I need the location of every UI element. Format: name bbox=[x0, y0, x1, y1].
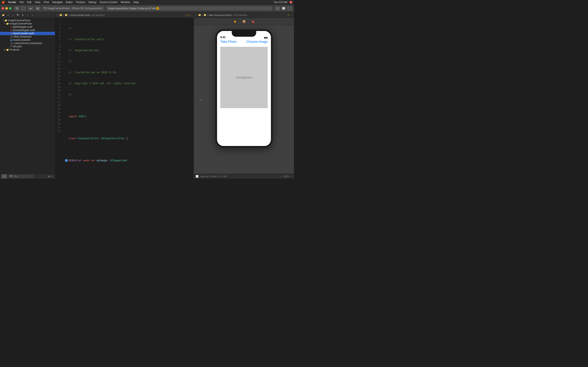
run-button[interactable]: ▶ bbox=[27, 6, 34, 11]
group-item[interactable]: ▼ 📁 ImageCameraPicker bbox=[0, 22, 55, 25]
segue-arrow: → bbox=[198, 97, 203, 102]
ib-back-btn[interactable]: ‹ bbox=[195, 14, 196, 16]
debug-menu[interactable]: Debug bbox=[89, 1, 96, 4]
assets-icon: ◼ bbox=[10, 39, 12, 42]
toolbar: ☰ ⬛ ▶ ■ 📷 ImageCameraPicker › iPhone SE … bbox=[0, 4, 294, 12]
folder-icon[interactable]: 📁 bbox=[1, 13, 5, 17]
device-name: iPhone SE (2nd generation) bbox=[72, 7, 102, 10]
ib-show-issues-btn[interactable]: 🔖 bbox=[250, 19, 256, 25]
sidebar-issue-icon[interactable]: ◉ bbox=[48, 175, 50, 178]
test-icon[interactable]: ✓ bbox=[26, 13, 30, 17]
filter-input-container[interactable]: 🔍 bbox=[9, 175, 33, 178]
product-menu[interactable]: Product bbox=[76, 1, 85, 4]
ib-view-hierarchy-btn[interactable]: ⏺ bbox=[232, 19, 238, 25]
file-navigator: ▼ 📁 ImageCameraPicker ▼ 📁 ImageCameraPic… bbox=[0, 18, 55, 174]
sidebar-toolbar: 📁 ⊕ ⚠ 🔍 ◆ ✓ ≡ bbox=[0, 12, 55, 18]
report-icon[interactable]: ≡ bbox=[31, 13, 35, 17]
group-icon: 📁 bbox=[6, 22, 9, 25]
warning-icon[interactable]: ⚠ bbox=[11, 13, 15, 17]
sidebar-item-scenedelegate[interactable]: S SceneDelegate.swift bbox=[0, 29, 55, 32]
source-control-menu[interactable]: Source Control bbox=[100, 1, 117, 4]
project-item[interactable]: ▼ 📁 ImageCameraPicker bbox=[0, 19, 55, 22]
uiimageview-label: UIImageView bbox=[235, 76, 252, 79]
breadcrumb-selection[interactable]: No Selection bbox=[92, 14, 104, 16]
view-menu[interactable]: View bbox=[35, 1, 40, 4]
sidebar-item-infoplist[interactable]: P Info.plist bbox=[0, 45, 55, 48]
editor-nav-btn[interactable]: ⋮ bbox=[190, 14, 192, 16]
sidebar-item-appdelegate[interactable]: S AppDelegate.swift bbox=[0, 25, 55, 29]
git-icon[interactable]: ⊕ bbox=[6, 13, 10, 17]
ib-storyboard-name[interactable]: Main.storyboard (Base) bbox=[209, 14, 232, 16]
warning-count-editor: 2 bbox=[188, 14, 190, 16]
line-numbers: 12345 678910 1112131415 1617181920 21222… bbox=[55, 18, 63, 179]
sidebar-item-launchscreen[interactable]: ⬛ LaunchScreen.storyboard bbox=[0, 42, 55, 45]
editor-back-btn[interactable]: ‹ bbox=[56, 14, 57, 16]
help-menu[interactable]: Help bbox=[133, 1, 139, 4]
breakpoint-13[interactable] bbox=[65, 159, 68, 162]
add-file-button[interactable]: ＋ bbox=[2, 174, 7, 179]
ib-canvas[interactable]: → 9:41 ▮▮▮ Take Photo Choose Image UIIma… bbox=[194, 25, 294, 174]
breakpoint-icon[interactable]: ◆ bbox=[21, 13, 25, 17]
stop-button[interactable]: ■ bbox=[35, 6, 40, 11]
editor-menu[interactable]: Editor bbox=[66, 1, 73, 4]
sidebar-hierarchy-icon[interactable]: ✕ bbox=[52, 175, 53, 178]
scheme-name: ImageCameraPicker bbox=[47, 7, 70, 10]
status-bar: ImageCameraPicker: Ready | Today at 4:57… bbox=[106, 6, 273, 11]
filter-icon: 🔍 bbox=[10, 175, 12, 177]
inspector-toggle[interactable]: ⬜ bbox=[281, 6, 286, 11]
group-label: ImageCameraPicker bbox=[10, 22, 55, 25]
sidebar-bottom-right: ◉ ✕ bbox=[48, 175, 53, 178]
file-menu[interactable]: File bbox=[19, 1, 24, 4]
ib-device-icon: ⬜ bbox=[196, 175, 199, 178]
debug-toggle-button[interactable]: ⬛ bbox=[21, 6, 26, 11]
close-button[interactable] bbox=[2, 7, 4, 9]
storyboard-icon2: ⬛ bbox=[10, 42, 13, 45]
toolbar-right-buttons: ＋ ⬜ ⬛ bbox=[275, 6, 292, 11]
scheme-icon: 📷 bbox=[43, 7, 47, 10]
zoom-in-btn[interactable]: ＋ bbox=[290, 175, 292, 178]
warning-badge[interactable]: 2 bbox=[156, 7, 159, 10]
layout-toggle[interactable]: ⬛ bbox=[287, 6, 292, 11]
maximize-button[interactable] bbox=[9, 7, 11, 9]
ib-icon-bar: ⏺ 📦 🔖 bbox=[194, 18, 294, 25]
navigate-menu[interactable]: Navigate bbox=[52, 1, 63, 4]
window-menu[interactable]: Window bbox=[121, 1, 130, 4]
sidebar-item-products[interactable]: ▶ 📁 Products bbox=[0, 48, 55, 51]
menu-bar: 🍎 Xcode File Edit View Find Navigate Edi… bbox=[0, 0, 294, 4]
apple-menu[interactable]: 🍎 bbox=[2, 1, 5, 4]
find-menu[interactable]: Find bbox=[44, 1, 49, 4]
uiimageview: UIImageView bbox=[220, 47, 268, 108]
sidebar-item-assets[interactable]: ◼ Assets.xcassets bbox=[0, 38, 55, 42]
navigator-toggle-button[interactable]: ☰ bbox=[14, 6, 20, 11]
breadcrumb-file[interactable]: ViewController.swift bbox=[70, 14, 90, 16]
sidebar-bottom-bar: ＋ 🔍 ◉ ✕ bbox=[0, 174, 55, 179]
warning-icon-editor[interactable]: ⚠ bbox=[185, 14, 187, 16]
sidebar-item-mainstoryboard[interactable]: ⬛ Main.storyboard bbox=[0, 35, 55, 38]
ib-view-as-label[interactable]: View as: iPhone 11 (· C R) bbox=[200, 175, 227, 178]
ib-layout-btn[interactable]: ⋮ bbox=[291, 14, 293, 16]
ib-document-outline-btn[interactable]: 📦 bbox=[241, 19, 247, 25]
zoom-out-btn[interactable]: — bbox=[280, 175, 282, 178]
scheme-breadcrumb[interactable]: 📷 ImageCameraPicker › iPhone SE (2nd gen… bbox=[42, 6, 104, 11]
edit-menu[interactable]: Edit bbox=[27, 1, 31, 4]
status-text: ImageCameraPicker: Ready | Today at 4:57… bbox=[108, 7, 155, 9]
ib-zoom-controls: — 100% ＋ bbox=[280, 175, 292, 178]
swift-file-icon3: S bbox=[10, 32, 12, 35]
xcode-menu[interactable]: Xcode bbox=[8, 1, 16, 4]
search-icon[interactable]: 🔍 bbox=[16, 13, 20, 17]
code-area[interactable]: // // ViewController.swift // ImageCamer… bbox=[63, 18, 194, 179]
ib-selection[interactable]: No Selection bbox=[234, 14, 247, 16]
library-button[interactable]: ＋ bbox=[275, 6, 280, 11]
filter-input[interactable] bbox=[13, 175, 30, 178]
minimize-button[interactable] bbox=[5, 7, 8, 9]
choose-image-button[interactable]: Choose Image bbox=[246, 40, 268, 44]
sidebar-item-viewcontroller[interactable]: S ViewController.swift bbox=[0, 32, 55, 35]
storyboard-icon: ⬛ bbox=[10, 35, 13, 38]
take-photo-button[interactable]: Take Photo bbox=[220, 40, 237, 44]
ib-toolbar: ‹ › 📁 › 📁 › Main.storyboard (Base) › No … bbox=[194, 12, 294, 18]
iphone-button-row: Take Photo Choose Image bbox=[217, 40, 271, 44]
ib-forward-btn[interactable]: › bbox=[197, 14, 198, 16]
ib-warning-icon[interactable]: ⚠ bbox=[288, 14, 290, 16]
menu-bar-time: Tue 4:57 AM bbox=[273, 1, 287, 4]
editor-forward-btn[interactable]: › bbox=[58, 14, 59, 16]
